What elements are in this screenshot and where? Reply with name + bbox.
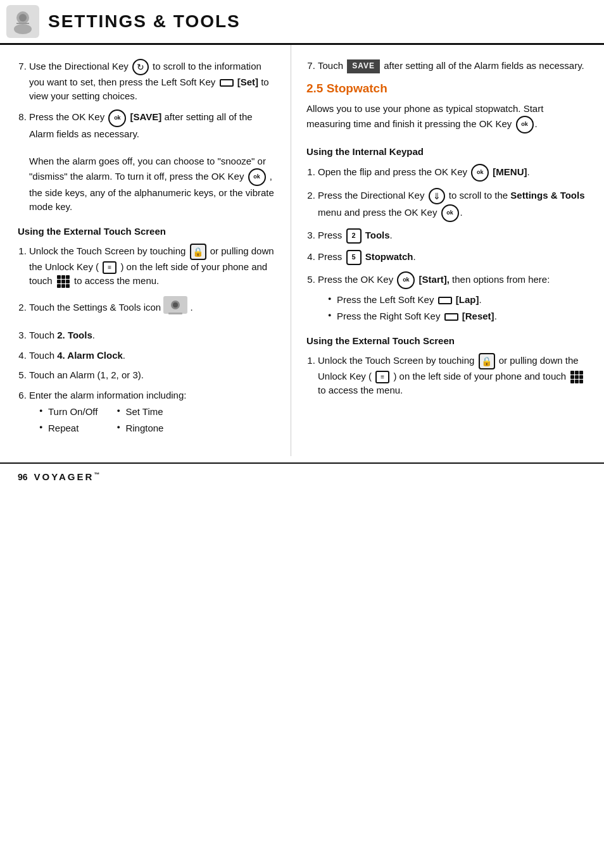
- header-icon: [6, 5, 39, 38]
- ok-key-icon-menu: ok: [471, 164, 489, 182]
- left-column: Use the Directional Key ↻ to scroll to t…: [0, 45, 291, 456]
- page-number: 96: [18, 471, 28, 483]
- right-int-step-2: Press the Directional Key ⇓ to scroll to…: [318, 188, 590, 222]
- left-step7-text: Use the Directional Key ↻ to scroll to t…: [29, 61, 269, 101]
- lock-icon-2: 🔒: [479, 353, 495, 369]
- number-5-icon: 5: [346, 250, 362, 265]
- left-step-8: Press the OK Key ok [SAVE] after setting…: [29, 109, 278, 214]
- directional-key-icon: ↻: [132, 59, 149, 75]
- menu-grid-icon: [57, 275, 70, 288]
- left-step-7: Use the Directional Key ↻ to scroll to t…: [29, 59, 278, 103]
- number-2-icon: 2: [346, 228, 362, 244]
- bullet-turn-on-off: Turn On/Off: [39, 405, 98, 419]
- right-step-7: Touch SAVE after setting all of the Alar…: [318, 59, 590, 73]
- stopwatch-desc: Allows you to use your phone as typical …: [306, 102, 590, 133]
- ok-key-icon-2: ok: [248, 168, 266, 186]
- ext-touch-heading-right: Using the External Touch Screen: [306, 334, 590, 348]
- bullet-reset: Press the Right Soft Key [Reset].: [328, 309, 590, 323]
- unlock-key-icon: ≡: [103, 261, 116, 274]
- bullet-set-time: Set Time: [116, 405, 163, 419]
- left-ext-step-2: Touch the Settings & Tools icon .: [29, 294, 278, 322]
- alarm-options-bullets: Turn On/Off Repeat Set Time Ringtone: [29, 405, 278, 438]
- save-button-label: SAVE: [347, 59, 380, 73]
- svg-rect-4: [16, 23, 29, 24]
- bullet-lap: Press the Left Soft Key [Lap].: [328, 293, 590, 307]
- ok-key-icon-start: ok: [397, 271, 415, 289]
- page-footer: 96 VOYAGER™: [0, 462, 604, 490]
- svg-point-2: [14, 24, 32, 34]
- lock-icon: 🔒: [190, 244, 206, 260]
- bullet-ringtone: Ringtone: [116, 421, 163, 435]
- left-ext-step-3: Touch 2. Tools.: [29, 328, 278, 342]
- left-soft-key-icon-2: [438, 297, 452, 304]
- ext-touch-heading-left: Using the External Touch Screen: [18, 225, 278, 239]
- directional-key-icon-2: ⇓: [429, 188, 445, 204]
- bullet-col-2: Set Time Ringtone: [116, 405, 163, 438]
- right-ext-step-1: Unlock the Touch Screen by touching 🔒 or…: [318, 353, 590, 397]
- right-int-step-3: Press 2 Tools.: [318, 228, 590, 244]
- right-soft-key-icon: [444, 313, 458, 321]
- svg-rect-8: [168, 313, 182, 314]
- page-title: SETTINGS & TOOLS: [48, 9, 241, 35]
- right-int-step-4: Press 5 Stopwatch.: [318, 250, 590, 265]
- ok-key-icon-3: ok: [441, 204, 459, 222]
- stopwatch-heading: 2.5 Stopwatch: [306, 80, 590, 97]
- svg-point-7: [173, 302, 178, 307]
- svg-point-3: [19, 14, 27, 22]
- left-ext-step-5: Touch an Alarm (1, 2, or 3).: [29, 368, 278, 382]
- bullet-col-1: Turn On/Off Repeat: [39, 405, 98, 438]
- left-soft-key-icon: [220, 79, 234, 87]
- left-step8-extra: When the alarm goes off, you can choose …: [29, 156, 274, 212]
- main-content: Use the Directional Key ↻ to scroll to t…: [0, 45, 604, 456]
- menu-grid-icon-2: [570, 371, 583, 383]
- left-ext-step-6: Enter the alarm information including: T…: [29, 388, 278, 437]
- ok-key-icon-stopwatch: ok: [516, 116, 534, 133]
- right-column: Touch SAVE after setting all of the Alar…: [291, 45, 604, 456]
- internal-keypad-heading: Using the Internal Keypad: [306, 145, 590, 159]
- brand-name: VOYAGER™: [34, 470, 102, 484]
- ok-key-icon: ok: [108, 109, 126, 127]
- page-header: SETTINGS & TOOLS: [0, 0, 604, 45]
- right-int-step-5: Press the OK Key ok [Start], then option…: [318, 271, 590, 323]
- bullet-repeat: Repeat: [39, 421, 98, 435]
- setup-tools-icon: [163, 296, 187, 320]
- unlock-key-icon-2: ≡: [375, 371, 389, 383]
- left-ext-step-1: Unlock the Touch Screen by touching 🔒 or…: [29, 244, 278, 288]
- left-ext-step-4: Touch 4. Alarm Clock.: [29, 349, 278, 363]
- stopwatch-options: Press the Left Soft Key [Lap]. Press the…: [318, 293, 590, 323]
- left-step8-main: Press the OK Key ok [SAVE] after setting…: [29, 111, 253, 139]
- right-int-step-1: Open the flip and press the OK Key ok [M…: [318, 164, 590, 182]
